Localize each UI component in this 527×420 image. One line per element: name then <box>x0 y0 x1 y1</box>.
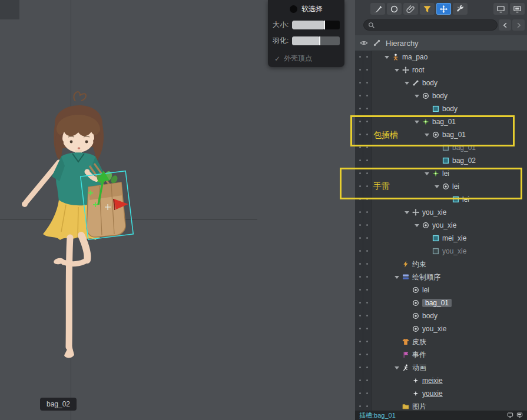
export-dot[interactable] <box>366 250 368 252</box>
export-dot[interactable] <box>366 69 368 71</box>
export-dot[interactable] <box>366 95 368 96</box>
export-dot[interactable] <box>366 108 368 109</box>
export-dot[interactable] <box>366 354 368 355</box>
expander-icon[interactable] <box>415 118 422 125</box>
tree-row-youxie[interactable]: youxie <box>355 387 527 400</box>
tree-row-you_xie[interactable]: you_xie <box>355 322 527 335</box>
export-dot[interactable] <box>366 289 368 291</box>
expander-icon[interactable] <box>435 183 442 190</box>
visibility-dot[interactable] <box>359 95 361 96</box>
visibility-dot[interactable] <box>359 315 361 316</box>
visibility-dot[interactable] <box>359 328 361 329</box>
monitor-icon[interactable] <box>507 410 513 420</box>
visibility-dot[interactable] <box>359 211 361 213</box>
export-dot[interactable] <box>366 224 368 226</box>
visibility-dot[interactable] <box>359 263 361 265</box>
export-dot[interactable] <box>366 379 368 381</box>
export-dot[interactable] <box>366 366 368 368</box>
visibility-dot[interactable] <box>359 134 361 135</box>
expander-icon[interactable] <box>385 54 392 61</box>
expander-icon[interactable] <box>395 364 402 371</box>
export-dot[interactable] <box>366 134 368 135</box>
visibility-dot[interactable] <box>359 56 361 58</box>
export-dot[interactable] <box>366 302 368 304</box>
expander-icon[interactable] <box>395 274 402 281</box>
expander-icon[interactable] <box>425 170 432 177</box>
visibility-dot[interactable] <box>359 366 361 368</box>
export-dot[interactable] <box>366 198 368 200</box>
export-dot[interactable] <box>366 405 368 407</box>
visibility-dot[interactable] <box>359 82 361 84</box>
export-dot[interactable] <box>366 237 368 239</box>
bone-column-icon[interactable] <box>373 39 381 47</box>
filter-tool-button[interactable] <box>420 3 435 15</box>
visibility-eye-icon[interactable] <box>360 39 368 47</box>
tree-row-bag_02[interactable]: bag_02 <box>355 154 527 167</box>
tree-row-ma_pao[interactable]: ma_pao <box>355 51 527 64</box>
visibility-dot[interactable] <box>359 354 361 355</box>
tree-row-lei[interactable]: lei <box>355 180 527 193</box>
tree-row-bag_01[interactable]: bag_01 <box>355 296 527 309</box>
brush-tool-button[interactable] <box>370 3 385 15</box>
tree-row-you_xie[interactable]: you_xie <box>355 245 527 258</box>
tree-row-you_xie[interactable]: you_xie <box>355 219 527 232</box>
tree-row-lei[interactable]: lei <box>355 167 527 180</box>
tree-row-事件[interactable]: 事件 <box>355 348 527 361</box>
visibility-dot[interactable] <box>359 198 361 200</box>
view-a-button[interactable] <box>493 3 508 15</box>
export-dot[interactable] <box>366 56 368 58</box>
expander-icon[interactable] <box>405 209 412 216</box>
visibility-dot[interactable] <box>359 185 361 187</box>
visibility-dot[interactable] <box>359 276 361 278</box>
tree-row-lei[interactable]: lei <box>355 284 527 296</box>
visibility-dot[interactable] <box>359 237 361 239</box>
visibility-dot[interactable] <box>359 289 361 291</box>
expander-icon[interactable] <box>405 79 412 86</box>
expander-icon[interactable] <box>415 92 422 99</box>
export-dot[interactable] <box>366 392 368 394</box>
size-slider[interactable] <box>292 21 340 29</box>
export-dot[interactable] <box>366 121 368 122</box>
tree-row-body[interactable]: body <box>355 89 527 102</box>
export-dot[interactable] <box>366 276 368 278</box>
feather-slider[interactable] <box>292 36 340 45</box>
visibility-dot[interactable] <box>359 159 361 161</box>
export-dot[interactable] <box>366 341 368 342</box>
tree-row-约束[interactable]: 约束 <box>355 258 527 271</box>
expander-icon[interactable] <box>425 131 432 138</box>
tree-row-you_xie[interactable]: you_xie <box>355 206 527 219</box>
feather-slider-handle[interactable] <box>319 36 320 45</box>
tree-row-meixie[interactable]: meixie <box>355 374 527 387</box>
visibility-dot[interactable] <box>359 69 361 71</box>
monitor2-icon[interactable] <box>516 410 523 420</box>
export-dot[interactable] <box>366 82 368 84</box>
visibility-dot[interactable] <box>359 405 361 407</box>
expander-icon[interactable] <box>395 66 402 74</box>
export-dot[interactable] <box>366 159 368 161</box>
tree-row-lei[interactable]: lei <box>355 193 527 206</box>
visibility-dot[interactable] <box>359 121 361 122</box>
transform-tool-button[interactable] <box>436 3 451 15</box>
size-slider-handle[interactable] <box>324 21 325 29</box>
visibility-dot[interactable] <box>359 250 361 252</box>
export-dot[interactable] <box>366 263 368 265</box>
tree-row-绘制顺序[interactable]: 绘制顺序 <box>355 271 527 284</box>
tree-row-图片[interactable]: 图片 <box>355 400 527 411</box>
tree-row-body[interactable]: body <box>355 76 527 89</box>
forward-button[interactable] <box>512 19 525 31</box>
tree-row-mei_xie[interactable]: mei_xie <box>355 232 527 245</box>
visibility-dot[interactable] <box>359 172 361 174</box>
tree-row-body[interactable]: body <box>355 309 527 322</box>
tree-row-root[interactable]: root <box>355 64 527 76</box>
visibility-dot[interactable] <box>359 302 361 304</box>
visibility-dot[interactable] <box>359 341 361 342</box>
hull-vertices-checkbox[interactable]: ✓ 外壳顶点 <box>274 54 344 64</box>
visibility-dot[interactable] <box>359 392 361 394</box>
search-input[interactable] <box>378 21 497 30</box>
back-button[interactable] <box>499 19 511 31</box>
visibility-dot[interactable] <box>359 108 361 109</box>
tree-row-bag_01[interactable]: bag_01 <box>355 115 527 128</box>
attach-tool-button[interactable] <box>403 3 418 15</box>
settings-tool-button[interactable] <box>453 3 468 15</box>
tree-row-动画[interactable]: 动画 <box>355 361 527 374</box>
